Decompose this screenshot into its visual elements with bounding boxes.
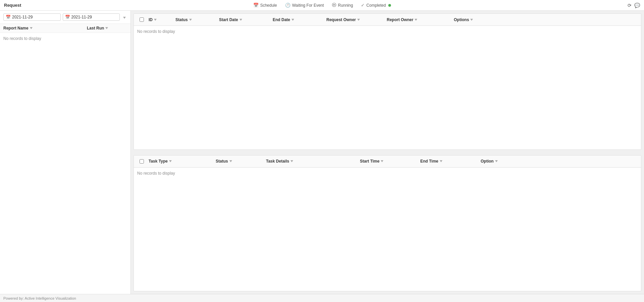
col-last-run: Last Run [87, 26, 127, 31]
col-end-time-label: End Time [420, 159, 438, 164]
col-start-time-label: Start Time [360, 159, 379, 164]
lower-table-header: Task Type Status Task Details Start Time… [134, 156, 641, 168]
content-area: ID Status Start Date End Date Request Ow… [131, 11, 644, 294]
top-bar: Request 📅 Schedule 🕐 Waiting For Event R… [0, 0, 644, 11]
top-tabs: 📅 Schedule 🕐 Waiting For Event Running ✓… [253, 1, 391, 9]
date-start-value[interactable] [12, 15, 58, 19]
col-end-time-filter[interactable] [440, 160, 442, 162]
col-task-type-label: Task Type [149, 159, 168, 164]
upper-table-body: No records to display [134, 26, 641, 149]
lower-select-all[interactable] [137, 159, 147, 164]
sidebar-table-header: Report Name Last Run [0, 24, 130, 33]
col-id-label: ID [149, 17, 153, 22]
sidebar-filter-button[interactable] [122, 14, 127, 20]
tab-running[interactable]: Running [332, 1, 353, 9]
col-request-owner-label: Request Owner [326, 17, 356, 22]
waiting-icon: 🕐 [285, 3, 290, 8]
completed-status-dot [388, 4, 391, 7]
date-input-end[interactable]: 📅 [63, 13, 120, 21]
completed-icon: ✓ [361, 3, 365, 8]
refresh-icon[interactable]: ⟳ [628, 3, 632, 8]
col-start-date-filter[interactable] [239, 19, 242, 21]
tab-schedule-label: Schedule [260, 3, 277, 8]
lower-table-panel: Task Type Status Task Details Start Time… [133, 155, 641, 292]
last-run-label: Last Run [87, 26, 104, 31]
col-header-end-time: End Time [418, 159, 479, 164]
sidebar-body: No records to display [0, 33, 130, 294]
sidebar-date-row: 📅 📅 [0, 11, 130, 24]
col-header-status: Status [173, 17, 217, 22]
col-id-filter[interactable] [154, 19, 157, 21]
app-title: Request [4, 3, 21, 8]
col-report-owner-label: Report Owner [387, 17, 413, 22]
tab-waiting[interactable]: 🕐 Waiting For Event [285, 1, 324, 9]
col-start-date-label: Start Date [219, 17, 238, 22]
report-name-label: Report Name [3, 26, 29, 31]
col-header-start-date: Start Date [217, 17, 271, 22]
col-header-task-details: Task Details [264, 159, 358, 164]
col-status-label: Status [175, 17, 188, 22]
sidebar: 📅 📅 Report Name Last Run No records to [0, 11, 131, 294]
col-start-time-filter[interactable] [381, 160, 383, 162]
col-header-start-time: Start Time [358, 159, 418, 164]
col-header-id: ID [147, 17, 173, 22]
upper-no-records: No records to display [137, 29, 175, 34]
col-end-date-filter[interactable] [291, 19, 294, 21]
upper-table-header: ID Status Start Date End Date Request Ow… [134, 14, 641, 26]
col-header-task-status: Status [214, 159, 264, 164]
footer: Powered by: Active Intelligence Visualiz… [0, 294, 644, 302]
col-header-request-owner: Request Owner [324, 17, 385, 22]
lower-checkbox-all[interactable] [140, 159, 144, 164]
lower-table-body: No records to display [134, 168, 641, 291]
main-layout: 📅 📅 Report Name Last Run No records to [0, 11, 644, 294]
col-task-details-filter[interactable] [290, 160, 293, 162]
report-name-filter[interactable] [30, 27, 33, 29]
tab-completed-label: Completed [366, 3, 386, 8]
calendar-icon-end: 📅 [65, 15, 70, 19]
last-run-filter[interactable] [105, 27, 108, 29]
col-header-options: Options [452, 17, 638, 22]
col-header-task-type: Task Type [147, 159, 214, 164]
date-end-value[interactable] [71, 15, 118, 19]
col-task-status-filter[interactable] [229, 160, 232, 162]
col-options-filter[interactable] [470, 19, 473, 21]
tab-schedule[interactable]: 📅 Schedule [253, 1, 277, 9]
top-bar-actions: ⟳ 💬 [628, 3, 640, 8]
col-option-filter[interactable] [495, 160, 498, 162]
col-options-label: Options [454, 17, 469, 22]
col-status-filter[interactable] [189, 19, 192, 21]
schedule-icon: 📅 [253, 3, 259, 8]
sidebar-no-records: No records to display [3, 36, 41, 41]
col-end-date-label: End Date [273, 17, 290, 22]
calendar-icon-start: 📅 [6, 15, 11, 19]
col-report-name: Report Name [3, 26, 87, 31]
chat-icon[interactable]: 💬 [634, 3, 640, 8]
col-header-end-date: End Date [271, 17, 324, 22]
running-icon [332, 3, 336, 8]
upper-select-all[interactable] [137, 17, 147, 22]
col-header-report-owner: Report Owner [385, 17, 452, 22]
tab-running-label: Running [338, 3, 353, 8]
col-option-label: Option [481, 159, 494, 164]
col-task-status-label: Status [216, 159, 228, 164]
upper-checkbox-all[interactable] [140, 17, 144, 22]
tab-waiting-label: Waiting For Event [292, 3, 324, 8]
col-task-type-filter[interactable] [169, 160, 172, 162]
date-input-start[interactable]: 📅 [3, 13, 61, 21]
col-request-owner-filter[interactable] [357, 19, 360, 21]
upper-table-panel: ID Status Start Date End Date Request Ow… [133, 13, 641, 150]
tab-completed[interactable]: ✓ Completed [361, 1, 391, 9]
col-report-owner-filter[interactable] [415, 19, 417, 21]
col-header-option: Option [479, 159, 638, 164]
footer-text: Powered by: Active Intelligence Visualiz… [3, 296, 76, 300]
lower-no-records: No records to display [137, 171, 175, 176]
col-task-details-label: Task Details [266, 159, 289, 164]
